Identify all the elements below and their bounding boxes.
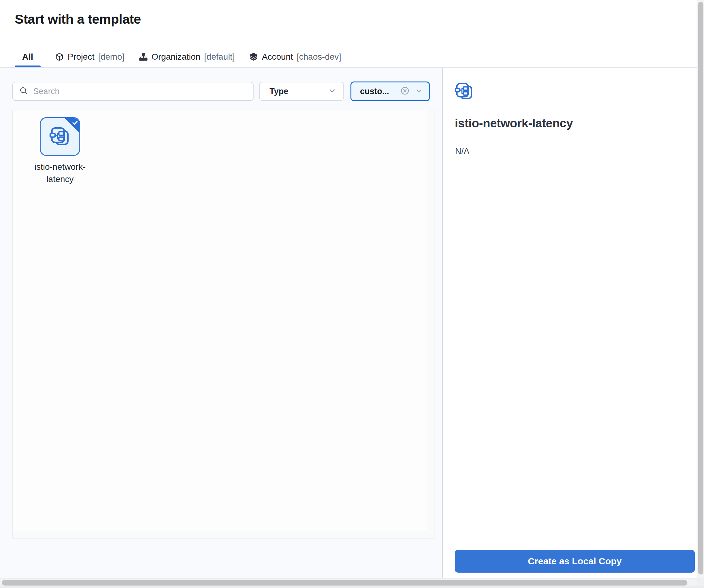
vertical-scrollbar-track[interactable]	[697, 0, 704, 578]
scope-tabs: All Project [demo] Organization [default…	[15, 46, 341, 67]
template-card[interactable]	[40, 117, 80, 156]
tab-project-label: Project	[68, 52, 95, 62]
tab-project-scope: [demo]	[98, 52, 125, 62]
template-card-label: istio-network- latency	[20, 161, 100, 185]
tab-all[interactable]: All	[15, 46, 41, 67]
category-filter-chip[interactable]: custo...	[350, 81, 430, 101]
page-title: Start with a template	[15, 12, 141, 27]
check-icon	[71, 119, 79, 126]
window-bottom-edge	[0, 586, 704, 588]
grid-horizontal-scrollbar-track	[13, 530, 434, 538]
grid-vertical-scrollbar-track	[427, 111, 434, 530]
create-local-copy-button[interactable]: Create as Local Copy	[455, 550, 695, 573]
layers-icon	[249, 52, 258, 62]
type-dropdown[interactable]: Type	[259, 82, 344, 101]
search-input[interactable]	[33, 87, 247, 96]
clear-filter-icon[interactable]	[400, 86, 410, 97]
template-icon	[455, 82, 474, 101]
tab-account-scope: [chaos-dev]	[297, 52, 341, 62]
details-description: N/A	[455, 146, 470, 156]
details-title: istio-network-latency	[455, 117, 573, 130]
horizontal-scrollbar-thumb[interactable]	[2, 580, 687, 586]
search-box	[12, 82, 253, 101]
org-chart-icon	[139, 52, 148, 62]
tab-organization[interactable]: Organization [default]	[139, 46, 235, 67]
template-icon	[50, 126, 70, 147]
template-grid[interactable]: istio-network- latency	[12, 110, 434, 538]
tab-organization-scope: [default]	[204, 52, 235, 62]
chevron-down-icon[interactable]	[415, 87, 423, 96]
tab-project[interactable]: Project [demo]	[55, 46, 125, 67]
tab-organization-label: Organization	[152, 52, 200, 62]
cube-icon	[55, 52, 64, 62]
chevron-down-icon	[328, 86, 337, 96]
tab-account[interactable]: Account [chaos-dev]	[249, 46, 341, 67]
tab-account-label: Account	[262, 52, 293, 62]
category-filter-value: custo...	[360, 87, 400, 96]
template-details-panel: istio-network-latency N/A Create as Loca…	[443, 68, 697, 578]
template-name-line2: latency	[20, 173, 100, 185]
vertical-scrollbar-thumb[interactable]	[698, 2, 703, 575]
template-name-line1: istio-network-	[20, 161, 100, 173]
tab-all-label: All	[22, 52, 33, 62]
template-browser-panel: Type custo...	[0, 68, 442, 578]
search-icon	[19, 86, 28, 96]
type-dropdown-label: Type	[270, 87, 288, 96]
horizontal-scrollbar-track[interactable]	[0, 578, 697, 586]
